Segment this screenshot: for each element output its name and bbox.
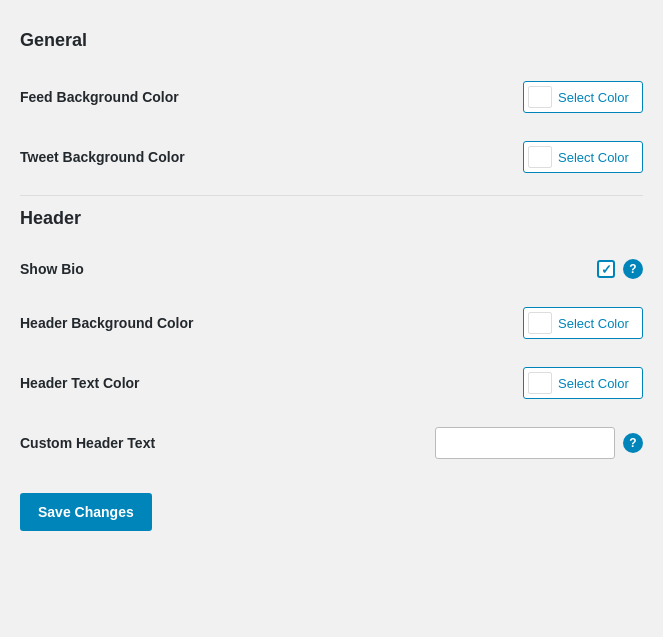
header-text-color-label: Header Text Color [20, 375, 240, 391]
tweet-bg-color-button[interactable]: Select Color [523, 141, 643, 173]
show-bio-help-label: ? [629, 262, 636, 276]
header-text-color-button-label: Select Color [558, 376, 629, 391]
header-bg-color-label: Header Background Color [20, 315, 240, 331]
header-bg-color-row: Header Background Color Select Color [20, 293, 643, 353]
show-bio-help-icon[interactable]: ? [623, 259, 643, 279]
custom-header-help-icon[interactable]: ? [623, 433, 643, 453]
header-text-color-control: Select Color [523, 367, 643, 399]
save-changes-button[interactable]: Save Changes [20, 493, 152, 531]
feed-bg-color-button-label: Select Color [558, 90, 629, 105]
show-bio-checkmark: ✓ [601, 263, 612, 276]
header-bg-color-swatch [528, 312, 552, 334]
feed-bg-color-button[interactable]: Select Color [523, 81, 643, 113]
header-text-color-row: Header Text Color Select Color [20, 353, 643, 413]
header-section: Header Show Bio ✓ ? Header Background Co… [20, 208, 643, 473]
general-section: General Feed Background Color Select Col… [20, 30, 643, 187]
general-title: General [20, 30, 643, 51]
feed-bg-color-control: Select Color [523, 81, 643, 113]
show-bio-label: Show Bio [20, 261, 240, 277]
tweet-bg-color-control: Select Color [523, 141, 643, 173]
custom-header-text-row: Custom Header Text ≡ ? [20, 413, 643, 473]
section-divider [20, 195, 643, 196]
feed-bg-color-row: Feed Background Color Select Color [20, 67, 643, 127]
header-bg-color-button[interactable]: Select Color [523, 307, 643, 339]
show-bio-control: ✓ ? [597, 259, 643, 279]
tweet-bg-color-swatch [528, 146, 552, 168]
header-bg-color-control: Select Color [523, 307, 643, 339]
show-bio-checkbox[interactable]: ✓ [597, 260, 615, 278]
custom-header-text-control: ≡ ? [435, 427, 643, 459]
custom-header-text-input[interactable] [436, 428, 615, 458]
tweet-bg-color-label: Tweet Background Color [20, 149, 240, 165]
tweet-bg-color-row: Tweet Background Color Select Color [20, 127, 643, 187]
header-title: Header [20, 208, 643, 229]
tweet-bg-color-button-label: Select Color [558, 150, 629, 165]
custom-header-text-label: Custom Header Text [20, 435, 240, 451]
custom-header-help-label: ? [629, 436, 636, 450]
feed-bg-color-swatch [528, 86, 552, 108]
custom-header-text-input-wrapper: ≡ [435, 427, 615, 459]
feed-bg-color-label: Feed Background Color [20, 89, 240, 105]
header-text-color-button[interactable]: Select Color [523, 367, 643, 399]
show-bio-row: Show Bio ✓ ? [20, 245, 643, 293]
header-text-color-swatch [528, 372, 552, 394]
header-bg-color-button-label: Select Color [558, 316, 629, 331]
